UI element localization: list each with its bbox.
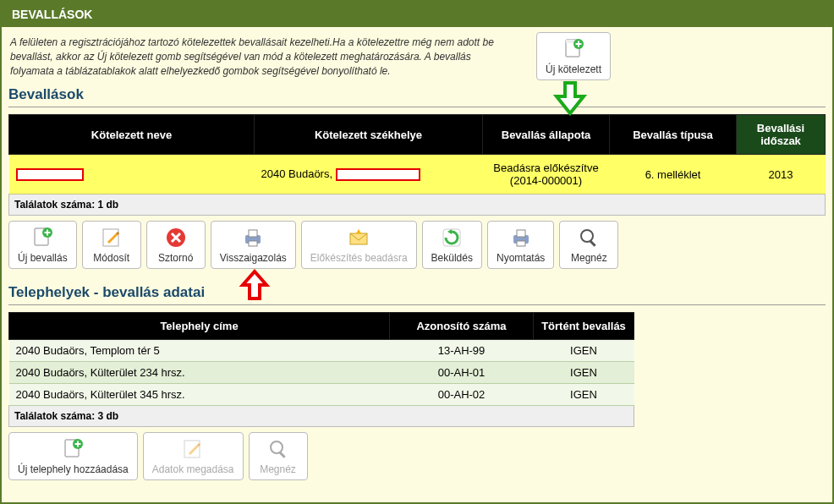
new-site-label: Új telephely hozzáadása — [18, 463, 129, 475]
site-done: IGEN — [534, 384, 634, 406]
view-site-label: Megnéz — [260, 463, 296, 475]
new-obligor-button[interactable]: Új kötelezett — [536, 32, 611, 80]
print-label: Nyomtatás — [497, 252, 545, 264]
confirm-button[interactable]: Visszaigazolás — [211, 221, 296, 269]
seat-prefix: 2040 Budaörs, — [261, 167, 336, 180]
site-address: 2040 Budaörs, Külterület 234 hrsz. — [9, 362, 390, 384]
envelope-icon — [348, 227, 370, 249]
site-id: 00-AH-02 — [390, 384, 534, 406]
submit-label: Beküldés — [431, 252, 473, 264]
returns-footer: Találatok száma: 1 db — [9, 194, 826, 216]
svg-rect-4 — [576, 43, 582, 45]
site-done: IGEN — [534, 362, 634, 384]
redacted-name — [16, 168, 84, 181]
description-text: A felületen a regisztrációjához tartozó … — [8, 32, 516, 81]
returns-col-seat: Kötelezett székhelye — [255, 115, 483, 155]
sites-col-id: Azonosító száma — [390, 313, 534, 340]
site-address: 2040 Budaörs, Templom tér 5 — [9, 340, 390, 362]
pencil-icon — [101, 227, 123, 249]
site-address: 2040 Budaörs, Külterület 345 hrsz. — [9, 384, 390, 406]
document-add-icon — [31, 227, 53, 249]
returns-type: 6. melléklet — [610, 155, 737, 194]
document-add-icon — [562, 38, 584, 60]
returns-col-type: Bevallás típusa — [610, 115, 737, 155]
cancel-label: Sztornó — [158, 252, 193, 264]
view-button[interactable]: Megnéz — [559, 221, 618, 269]
cancel-icon — [165, 227, 187, 249]
svg-rect-8 — [45, 232, 51, 233]
page-title: BEVALLÁSOK — [2, 2, 832, 27]
print-button[interactable]: Nyomtatás — [487, 221, 554, 269]
sites-section-title: Telephelyek - bevallás adatai — [8, 284, 826, 301]
new-return-label: Új bevallás — [18, 252, 68, 264]
magnifier-icon — [578, 227, 600, 249]
prepare-submit-label: Előkészítés beadásra — [310, 252, 408, 264]
submit-button[interactable]: Beküldés — [422, 221, 482, 269]
prepare-submit-button: Előkészítés beadásra — [301, 221, 417, 269]
cancel-button[interactable]: Sztornó — [146, 221, 206, 269]
svg-rect-18 — [517, 241, 525, 246]
svg-rect-17 — [517, 230, 525, 237]
site-id: 13-AH-99 — [390, 340, 534, 362]
svg-rect-13 — [249, 241, 257, 246]
returns-section-title: Bevallások — [8, 86, 826, 103]
arrow-up-icon — [238, 268, 272, 302]
modify-label: Módosít — [93, 252, 129, 264]
svg-rect-20 — [590, 240, 596, 247]
returns-table: Kötelezett neve Kötelezett székhelye Bev… — [8, 114, 826, 216]
document-add-icon — [62, 438, 84, 460]
edit-data-label: Adatok megadása — [152, 463, 234, 475]
pencil-icon — [182, 438, 204, 460]
svg-rect-9 — [103, 229, 118, 246]
view-site-button: Megnéz — [249, 432, 308, 480]
status-line2: (2014-000001) — [488, 174, 605, 187]
printer-icon — [242, 227, 264, 249]
svg-point-19 — [581, 230, 593, 242]
view-label: Megnéz — [571, 252, 607, 264]
table-row[interactable]: 2040 Budaörs, Templom tér 513-AH-99IGEN — [9, 340, 634, 362]
table-row[interactable]: 2040 Budaörs, Külterület 345 hrsz.00-AH-… — [9, 384, 634, 406]
divider — [8, 107, 826, 107]
confirm-label: Visszaigazolás — [220, 252, 287, 264]
status-line1: Beadásra előkészítve — [488, 162, 605, 174]
divider — [8, 304, 826, 305]
redacted-seat — [336, 168, 420, 181]
svg-rect-24 — [75, 443, 81, 445]
site-id: 00-AH-01 — [390, 362, 534, 384]
site-done: IGEN — [534, 340, 634, 362]
new-return-button[interactable]: Új bevallás — [8, 221, 77, 269]
svg-rect-12 — [249, 230, 257, 237]
svg-rect-25 — [184, 441, 200, 457]
sites-table: Telephely címe Azonosító száma Történt b… — [8, 312, 634, 427]
sites-footer: Találatok száma: 3 db — [9, 406, 634, 427]
sites-col-done: Történt bevallás — [534, 313, 634, 340]
returns-col-period: Bevallási időszak — [737, 115, 826, 155]
sites-col-address: Telephely címe — [9, 313, 390, 340]
edit-data-button: Adatok megadása — [143, 432, 244, 480]
magnifier-icon — [267, 438, 289, 460]
new-obligor-label: Új kötelezett — [546, 63, 601, 75]
new-site-button[interactable]: Új telephely hozzáadása — [8, 432, 138, 480]
svg-point-26 — [271, 441, 283, 453]
returns-col-status: Bevallás állapota — [483, 115, 610, 155]
svg-rect-27 — [278, 452, 285, 458]
table-row[interactable]: 2040 Budaörs, Beadásra előkészítve (2014… — [9, 155, 826, 194]
arrow-down-icon — [551, 79, 589, 117]
table-row[interactable]: 2040 Budaörs, Külterület 234 hrsz.00-AH-… — [9, 362, 634, 384]
printer-icon — [510, 227, 532, 249]
returns-period: 2013 — [737, 155, 826, 194]
refresh-icon — [441, 227, 463, 249]
modify-button[interactable]: Módosít — [82, 221, 141, 269]
returns-col-name: Kötelezett neve — [9, 115, 255, 155]
